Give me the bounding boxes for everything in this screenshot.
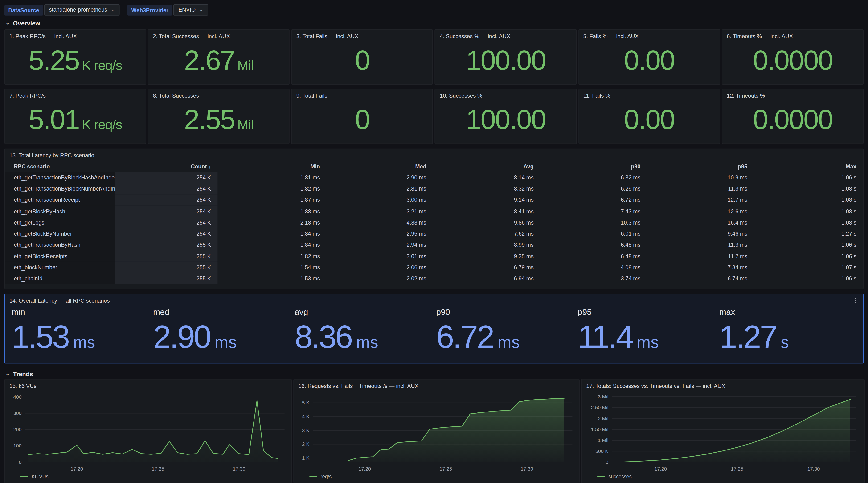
cell-p95: 9.46 ms — [647, 231, 754, 237]
column-header-med[interactable]: Med — [327, 163, 433, 169]
stat-value: 5.01K req/s — [5, 98, 146, 143]
legend-item[interactable]: K6 VUs — [9, 474, 287, 479]
stat-avg: avg 8.36ms — [292, 307, 434, 353]
cell-max: 1.06 s — [754, 276, 863, 282]
stat-value: 0.0000 — [722, 39, 863, 84]
stat-value: 5.25K req/s — [5, 39, 146, 84]
cell-scenario: eth_getLogs — [5, 217, 115, 228]
cell-max: 1.08 s — [754, 208, 863, 214]
svg-text:200: 200 — [13, 427, 22, 432]
cell-med: 2.81 ms — [327, 186, 433, 192]
cell-p95: 16.4 ms — [647, 219, 754, 225]
svg-text:17:30: 17:30 — [807, 466, 820, 472]
stat-p90: p90 6.72ms — [434, 307, 576, 353]
cell-scenario: eth_getTransactionByHash — [5, 239, 115, 251]
stat-value: 0.0000 — [722, 98, 863, 143]
cell-med: 4.33 ms — [327, 219, 433, 225]
table-row: eth_getBlockReceipts 255 K 1.82 ms 3.01 … — [5, 251, 863, 262]
svg-text:4 K: 4 K — [302, 414, 310, 419]
provider-var-select[interactable]: ENVIO ⌄ — [174, 4, 208, 16]
k6-vus-chart-panel: 15. k6 VUs 010020030040017:2017:2517:30 … — [4, 379, 292, 483]
svg-text:17:20: 17:20 — [654, 466, 667, 472]
panel-title: 7. Peak RPC/s — [5, 89, 146, 98]
cell-avg: 8.14 ms — [433, 174, 540, 180]
column-header-p95[interactable]: p95 — [647, 163, 754, 169]
cell-med: 3.21 ms — [327, 208, 433, 214]
datasource-var-label: DataSource — [4, 5, 43, 15]
legend-item[interactable]: successes — [586, 474, 860, 479]
cell-count: 254 K — [115, 194, 217, 206]
requests-rate-chart-panel: 16. Requests vs. Fails + Timeouts /s — i… — [293, 379, 580, 483]
cell-scenario: eth_getTransactionByBlockHashAndIndex — [5, 172, 115, 183]
panel-menu-icon[interactable]: ⋮ — [852, 297, 859, 304]
datasource-var-select[interactable]: standalone-prometheus ⌄ — [44, 4, 120, 16]
stat-panel: 7. Peak RPC/s 5.01K req/s — [4, 89, 146, 144]
panel-title: 10. Successes % — [435, 89, 576, 98]
table-row: eth_getTransactionByBlockHashAndIndex 25… — [5, 172, 863, 183]
column-header-avg[interactable]: Avg — [433, 163, 540, 169]
table-row: eth_getTransactionByBlockNumberAndIndex … — [5, 183, 863, 194]
cell-count: 255 K — [115, 262, 217, 273]
cell-p90: 10.3 ms — [540, 219, 647, 225]
stat-min: min 1.53ms — [9, 307, 151, 353]
chevron-down-icon: ⌄ — [111, 8, 115, 11]
svg-text:17:20: 17:20 — [71, 466, 83, 472]
provider-variable: Web3Provider ENVIO ⌄ — [127, 4, 208, 16]
svg-text:100: 100 — [13, 443, 22, 448]
cell-max: 1.08 s — [754, 197, 863, 203]
cell-p90: 6.72 ms — [540, 197, 647, 203]
cell-avg: 7.62 ms — [433, 231, 540, 237]
cell-avg: 9.14 ms — [433, 197, 540, 203]
cell-min: 1.84 ms — [217, 231, 327, 237]
svg-text:5 K: 5 K — [302, 400, 310, 405]
chevron-down-icon: ⌄ — [199, 8, 203, 11]
legend-label: req/s — [320, 474, 332, 479]
cell-p90: 6.48 ms — [540, 253, 647, 259]
table-row: eth_getBlockByNumber 254 K 1.84 ms 2.95 … — [5, 228, 863, 239]
cell-p90: 6.29 ms — [540, 186, 647, 192]
cell-count: 255 K — [115, 251, 217, 262]
latency-table-panel: 13. Total Latency by RPC scenario RPC sc… — [4, 149, 864, 289]
totals-chart-plot[interactable]: 0500 K1 Mil1.50 Mil2 Mil2.50 Mil3 Mil17:… — [586, 390, 860, 473]
cell-count: 255 K — [115, 239, 217, 251]
cell-max: 1.08 s — [754, 219, 863, 225]
stat-panel: 4. Successes % — incl. AUX 100.00 — [435, 29, 577, 85]
cell-max: 1.08 s — [754, 186, 863, 192]
overview-stat-grid: 1. Peak RPC/s — incl. AUX 5.25K req/s 2.… — [0, 28, 868, 144]
legend-item[interactable]: req/s — [298, 474, 575, 479]
cell-scenario: eth_getTransactionByBlockNumberAndIndex — [5, 183, 115, 194]
section-header-overview[interactable]: ⌄ Overview — [0, 17, 868, 28]
stat-med: med 2.90ms — [151, 307, 292, 353]
cell-scenario: eth_getBlockByNumber — [5, 228, 115, 239]
column-header-count[interactable]: Count↑ — [115, 163, 217, 169]
trends-charts: 15. k6 VUs 010020030040017:2017:2517:30 … — [0, 379, 868, 483]
overall-latency-stats: min 1.53ms med 2.90ms avg 8.36ms p90 6.7… — [5, 304, 863, 353]
column-header-max[interactable]: Max — [754, 163, 863, 169]
table-row: eth_getLogs 254 K 2.18 ms 4.33 ms 9.86 m… — [5, 217, 863, 228]
section-title: Trends — [13, 371, 33, 377]
cell-avg: 9.35 ms — [433, 253, 540, 259]
svg-text:17:20: 17:20 — [359, 466, 371, 472]
stat-panel: 8. Total Successes 2.55Mil — [148, 89, 290, 144]
section-header-trends[interactable]: ⌄ Trends — [0, 368, 868, 379]
cell-p95: 12.7 ms — [647, 197, 754, 203]
cell-avg: 6.94 ms — [433, 276, 540, 282]
requests-rate-chart-plot[interactable]: 1 K2 K3 K4 K5 K17:2017:2517:30 — [298, 390, 576, 473]
cell-min: 1.81 ms — [217, 174, 327, 180]
svg-text:3 K: 3 K — [302, 428, 310, 433]
column-header-scenario[interactable]: RPC scenario — [5, 161, 115, 172]
cell-max: 1.07 s — [754, 264, 863, 271]
panel-title: 5. Fails % — incl. AUX — [579, 30, 719, 39]
cell-min: 1.82 ms — [217, 253, 327, 259]
stat-max: max 1.27s — [717, 307, 859, 353]
cell-min: 1.54 ms — [217, 264, 327, 271]
stat-panel: 12. Timeouts % 0.0000 — [722, 89, 864, 144]
panel-title: 1. Peak RPC/s — incl. AUX — [5, 30, 146, 39]
column-header-min[interactable]: Min — [217, 163, 327, 169]
k6-vus-chart-plot[interactable]: 010020030040017:2017:2517:30 — [9, 390, 288, 473]
svg-text:2.50 Mil: 2.50 Mil — [591, 405, 608, 410]
column-header-p90[interactable]: p90 — [540, 163, 647, 169]
svg-text:2 K: 2 K — [302, 441, 310, 447]
cell-max: 1.27 s — [754, 231, 863, 237]
cell-count: 254 K — [115, 183, 217, 194]
